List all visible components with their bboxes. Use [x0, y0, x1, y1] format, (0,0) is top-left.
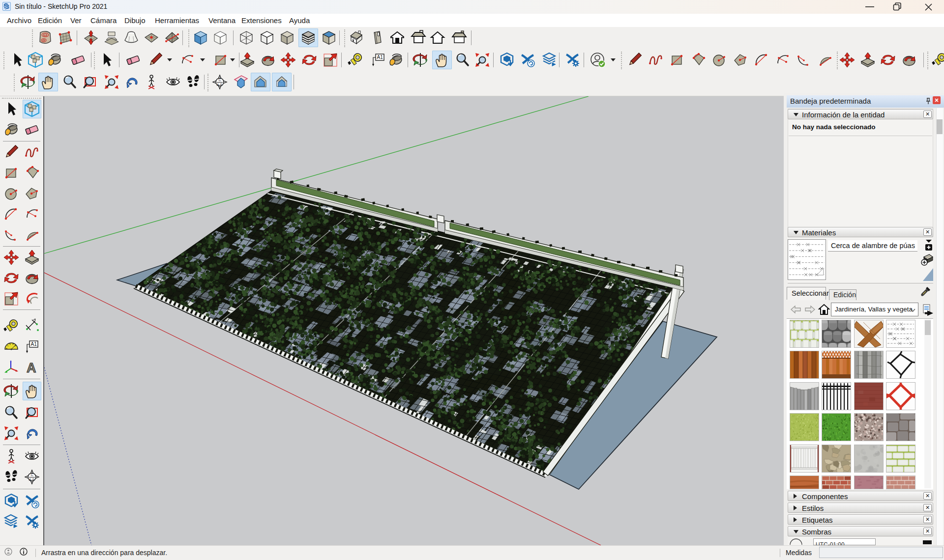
svg-text:A·S: A·S — [29, 478, 35, 481]
svg-text:A1: A1 — [377, 55, 384, 60]
svg-text:A1: A1 — [31, 341, 37, 347]
svg-text:A·S: A·S — [217, 83, 223, 86]
svg-text:C: C — [31, 473, 33, 476]
svg-text:A: A — [27, 361, 36, 375]
svg-text:C: C — [219, 78, 221, 82]
